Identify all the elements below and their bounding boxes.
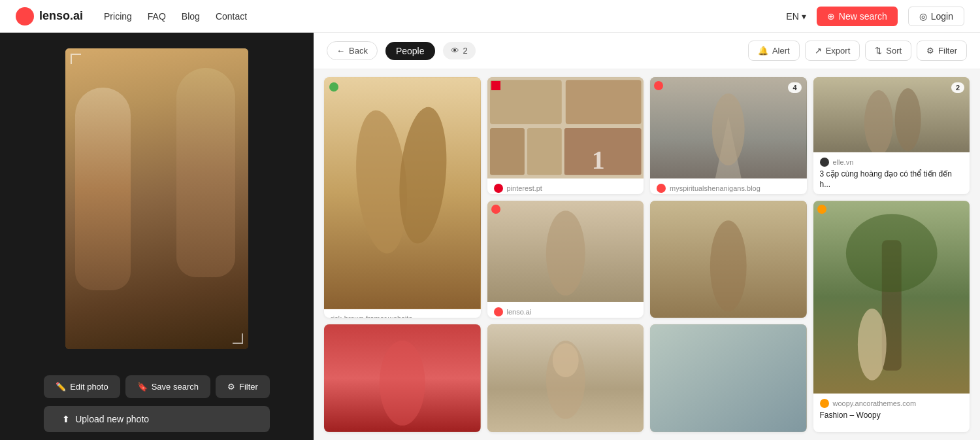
nav-pricing[interactable]: Pricing bbox=[104, 11, 132, 22]
header-right: EN ▾ ⊕ New search ◎ Login bbox=[786, 7, 964, 26]
source-dot bbox=[820, 399, 829, 408]
card-image bbox=[487, 201, 644, 302]
card-source: myspiritualshenanigans.blog bbox=[657, 184, 800, 193]
result-card-bottom-left[interactable] bbox=[650, 324, 807, 432]
source-name: woopy.ancorathemes.com bbox=[833, 399, 917, 407]
result-card-ai-face[interactable]: lenso.ai AI Face Search bbox=[487, 201, 644, 318]
result-card-elle[interactable]: 2 elle.vn 3 cặp cùng hoàng đạo có thể ti… bbox=[813, 77, 970, 194]
source-name: pinterest.pt bbox=[507, 184, 542, 192]
back-button[interactable]: ← Back bbox=[327, 41, 378, 60]
card-image bbox=[324, 77, 481, 309]
bell-icon: 🔔 bbox=[758, 46, 768, 56]
source-dot bbox=[657, 184, 666, 193]
upload-label: Upload new photo bbox=[75, 414, 149, 424]
sort-button[interactable]: ⇅ Sort bbox=[865, 41, 911, 61]
chevron-down-icon: ▾ bbox=[802, 11, 806, 22]
main-photo bbox=[65, 48, 248, 349]
svg-point-21 bbox=[845, 214, 937, 292]
photo-figure-right bbox=[176, 68, 235, 277]
right-panel: ← Back People 👁 2 🔔 Alert ↗ Expo bbox=[314, 33, 980, 440]
card-info: woopy.ancorathemes.com Fashion – Woopy bbox=[813, 394, 970, 428]
card-info: lenso.ai AI Face Search bbox=[487, 302, 644, 318]
nav-blog[interactable]: Blog bbox=[182, 11, 200, 22]
count-overlay: 2 bbox=[951, 82, 964, 93]
source-dot-pinterest bbox=[491, 81, 500, 90]
top-bar-right: 🔔 Alert ↗ Export ⇅ Sort ⚙ Filter bbox=[748, 41, 967, 61]
result-card-avatar[interactable]: 1 pinterest.pt Avatar bbox=[487, 77, 644, 194]
svg-rect-4 bbox=[489, 80, 561, 124]
save-search-button[interactable]: 🔖 Save search bbox=[125, 375, 210, 398]
source-name: elle.vn bbox=[833, 158, 854, 166]
lang-label: EN bbox=[786, 11, 798, 22]
filter-button-right[interactable]: ⚙ Filter bbox=[917, 41, 967, 61]
result-card-rick-brown[interactable]: rick-brown.framer.website Rick Brown – C… bbox=[324, 77, 481, 318]
login-label: Login bbox=[931, 11, 953, 22]
card-image: 2 bbox=[813, 77, 970, 152]
photo-background bbox=[65, 48, 248, 349]
svg-point-18 bbox=[710, 220, 747, 312]
export-icon: ↗ bbox=[815, 46, 822, 56]
person-icon: ◎ bbox=[919, 11, 927, 22]
result-card-extra1[interactable] bbox=[650, 201, 807, 318]
filter-right-icon: ⚙ bbox=[926, 46, 934, 56]
nav-faq[interactable]: FAQ bbox=[148, 11, 166, 22]
photo-figure-left bbox=[75, 88, 131, 290]
login-button[interactable]: ◎ Login bbox=[908, 7, 964, 26]
svg-point-16 bbox=[546, 211, 585, 296]
card-source: lenso.ai bbox=[494, 307, 638, 316]
new-search-button[interactable]: ⊕ New search bbox=[817, 7, 898, 26]
logo-text: lenso.ai bbox=[39, 9, 83, 23]
result-card-neutral[interactable] bbox=[487, 324, 644, 432]
results-grid: rick-brown.framer.website Rick Brown – C… bbox=[314, 69, 980, 440]
alert-button[interactable]: 🔔 Alert bbox=[748, 41, 800, 61]
header: lenso.ai Pricing FAQ Blog Contact EN ▾ ⊕… bbox=[0, 0, 980, 33]
save-icon: 🔖 bbox=[137, 382, 148, 392]
edit-photo-button[interactable]: ✏️ Edit photo bbox=[44, 375, 120, 398]
card-image: 1 bbox=[487, 77, 644, 178]
main-layout: ✏️ Edit photo 🔖 Save search ⚙ Filter ⬆ U… bbox=[0, 33, 980, 440]
result-card-red-dress[interactable] bbox=[324, 324, 481, 432]
source-name: lenso.ai bbox=[507, 308, 532, 316]
result-card-woopy[interactable]: woopy.ancorathemes.com Fashion – Woopy bbox=[813, 201, 970, 432]
lang-selector[interactable]: EN ▾ bbox=[786, 11, 806, 22]
source-dot-blog bbox=[654, 81, 663, 90]
count-badge[interactable]: 👁 2 bbox=[443, 42, 476, 59]
source-name: myspiritualshenanigans.blog bbox=[670, 184, 760, 192]
corner-top-left bbox=[71, 54, 81, 64]
nav-contact[interactable]: Contact bbox=[216, 11, 247, 22]
save-search-label: Save search bbox=[152, 382, 199, 392]
svg-point-14 bbox=[894, 88, 921, 151]
source-dot bbox=[494, 307, 503, 316]
svg-point-27 bbox=[552, 343, 578, 377]
top-bar: ← Back People 👁 2 🔔 Alert ↗ Expo bbox=[314, 33, 980, 69]
count-value: 2 bbox=[463, 46, 468, 56]
count-overlay: 4 bbox=[788, 82, 801, 93]
back-label: Back bbox=[349, 46, 368, 56]
card-image bbox=[487, 324, 644, 432]
sort-icon: ⇅ bbox=[875, 46, 882, 56]
source-dot bbox=[329, 82, 338, 92]
logo[interactable]: lenso.ai bbox=[16, 7, 83, 25]
svg-point-24 bbox=[380, 341, 425, 426]
left-panel: ✏️ Edit photo 🔖 Save search ⚙ Filter ⬆ U… bbox=[0, 33, 314, 440]
alert-label: Alert bbox=[772, 46, 790, 56]
upload-photo-button[interactable]: ⬆ Upload new photo bbox=[44, 406, 270, 432]
header-left: lenso.ai Pricing FAQ Blog Contact bbox=[16, 7, 247, 25]
filter-right-label: Filter bbox=[938, 46, 957, 56]
sort-label: Sort bbox=[886, 46, 902, 56]
card-source: elle.vn bbox=[820, 158, 964, 167]
card-image bbox=[650, 324, 807, 432]
top-bar-left: ← Back People 👁 2 bbox=[327, 41, 476, 60]
result-card-10-essential[interactable]: 4 myspiritualshenanigans.blog 10 Essenti… bbox=[650, 77, 807, 194]
export-button[interactable]: ↗ Export bbox=[805, 41, 860, 61]
new-search-label: New search bbox=[839, 11, 887, 22]
nav-links: Pricing FAQ Blog Contact bbox=[104, 11, 247, 22]
card-info: pinterest.pt Avatar bbox=[487, 178, 644, 194]
svg-rect-7 bbox=[527, 128, 561, 175]
card-source: woopy.ancorathemes.com bbox=[820, 399, 964, 408]
people-button[interactable]: People bbox=[385, 42, 435, 60]
logo-icon bbox=[16, 7, 34, 25]
action-row: ✏️ Edit photo 🔖 Save search ⚙ Filter bbox=[16, 375, 298, 398]
filter-button-left[interactable]: ⚙ Filter bbox=[216, 375, 270, 398]
svg-rect-28 bbox=[650, 324, 807, 432]
